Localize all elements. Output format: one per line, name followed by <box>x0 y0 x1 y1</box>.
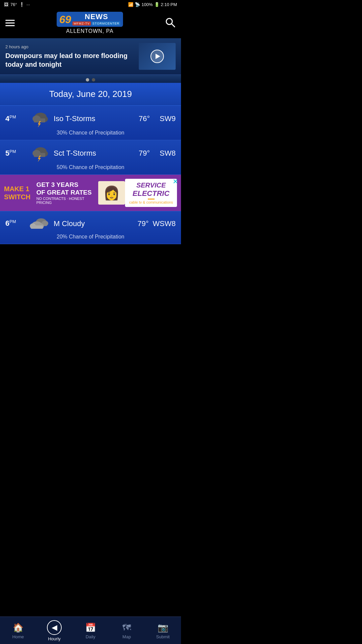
status-temp: 76° <box>10 2 17 7</box>
clock: 2:10 PM <box>161 2 177 7</box>
weather-wind-2: WSW8 <box>153 219 176 228</box>
weather-precip-0: 30% Chance of Precipitation <box>5 130 176 136</box>
status-bar: 🖼 76° ❕ ··· 📶 📡 100% 🔋 2:10 PM <box>0 0 181 9</box>
thunderstorm-icon-1 <box>29 145 50 162</box>
svg-line-1 <box>172 24 175 27</box>
ad-close-button[interactable]: ✕ <box>173 177 178 185</box>
weather-time-2: 6PM <box>5 219 25 228</box>
weather-desc-1: Sct T-Storms <box>54 149 126 158</box>
ad-left: MAKE 1 SWITCH <box>4 185 34 200</box>
ad-person-icon: 👩 <box>103 185 120 201</box>
dot-1[interactable] <box>86 78 89 82</box>
news-timestamp: 2 hours ago <box>5 44 135 49</box>
weather-main-2: 6PM M Cloudy 79° WSW8 <box>5 216 176 231</box>
ad-brand-sub: cable tv & communications <box>129 200 173 204</box>
carousel-dots <box>0 75 181 83</box>
signal-icon: 📡 <box>135 2 140 7</box>
news-thumbnail[interactable] <box>139 43 176 70</box>
ad-promo: GET 3 YEARSOF GREAT RATES NO CONTRACTS ·… <box>34 181 98 205</box>
ad-years: GET 3 YEARSOF GREAT RATES <box>36 181 96 197</box>
alert-icon: ❕ <box>19 2 24 7</box>
photo-icon: 🖼 <box>4 2 8 7</box>
ad-switch: MAKE 1 <box>4 185 34 192</box>
search-button[interactable] <box>165 17 176 29</box>
dots-icon: ··· <box>26 2 30 7</box>
weather-row-2[interactable]: 6PM M Cloudy 79° WSW8 20% Chance of Prec… <box>0 211 181 244</box>
logo-stacked: NEWS WFMZ-TV STORMCENTER <box>72 13 120 25</box>
menu-button[interactable] <box>5 20 15 26</box>
ad-switch2: SWITCH <box>4 194 34 200</box>
weather-temp-2: 79° <box>129 219 149 228</box>
ad-detail: NO CONTRACTS · HONEST PRICING <box>36 197 96 205</box>
logo-news: NEWS <box>72 13 120 20</box>
weather-wind-1: SW8 <box>154 149 176 158</box>
news-banner[interactable]: 2 hours ago Downpours may lead to more f… <box>0 38 181 75</box>
thunderstorm-icon-0 <box>29 110 50 127</box>
weather-main-1: 5PM Sct T-Storms 79° SW8 <box>5 145 176 162</box>
weather-wind-0: SW9 <box>154 114 176 123</box>
wifi-icon: 📶 <box>128 2 133 7</box>
play-triangle-icon <box>156 54 160 59</box>
dot-2[interactable] <box>92 78 95 82</box>
logo-sub: WFMZ-TV <box>72 21 90 25</box>
ad-brand: SERVICEELECTRIC <box>129 181 173 198</box>
status-left: 🖼 76° ❕ ··· <box>4 2 30 7</box>
svg-rect-18 <box>31 225 43 229</box>
logo-area: 69 NEWS WFMZ-TV STORMCENTER ALLENTOWN, P… <box>57 12 123 34</box>
status-right: 📶 📡 100% 🔋 2:10 PM <box>128 2 177 7</box>
weather-precip-1: 50% Chance of Precipitation <box>5 164 176 170</box>
weather-time-0: 4PM <box>5 114 25 123</box>
header: 69 NEWS WFMZ-TV STORMCENTER ALLENTOWN, P… <box>0 9 181 38</box>
weather-temp-1: 79° <box>130 149 150 158</box>
weather-temp-0: 76° <box>130 114 150 123</box>
weather-main-0: 4PM Iso T-Storms 76° SW9 <box>5 110 176 127</box>
logo-storm: STORMCENTER <box>92 21 120 25</box>
city-label: ALLENTOWN, PA <box>57 28 123 34</box>
battery-icon: 🔋 <box>154 2 160 7</box>
cloudy-icon-2 <box>29 216 50 231</box>
news-headline: Downpours may lead to more flooding toda… <box>5 51 135 69</box>
logo-number: 69 <box>59 14 71 25</box>
weather-row-0[interactable]: 4PM Iso T-Storms 76° SW9 30% Chance of P… <box>0 106 181 140</box>
ad-person: 👩 <box>98 181 125 205</box>
weather-row-1[interactable]: 5PM Sct T-Storms 79° SW8 50% Chance of P… <box>0 140 181 175</box>
weather-time-1: 5PM <box>5 149 25 158</box>
weather-desc-0: Iso T-Storms <box>54 114 126 123</box>
weather-precip-2: 20% Chance of Precipitation <box>5 234 176 240</box>
weather-desc-2: M Cloudy <box>54 219 125 228</box>
ad-brand-block: SERVICEELECTRIC cable tv & communication… <box>125 179 177 207</box>
ad-banner[interactable]: MAKE 1 SWITCH GET 3 YEARSOF GREAT RATES … <box>0 175 181 211</box>
battery-pct: 100% <box>141 2 153 7</box>
news-text: 2 hours ago Downpours may lead to more f… <box>5 44 135 69</box>
date-text: Today, June 20, 2019 <box>6 89 175 99</box>
play-button[interactable] <box>150 50 164 63</box>
date-header: Today, June 20, 2019 <box>0 83 181 106</box>
